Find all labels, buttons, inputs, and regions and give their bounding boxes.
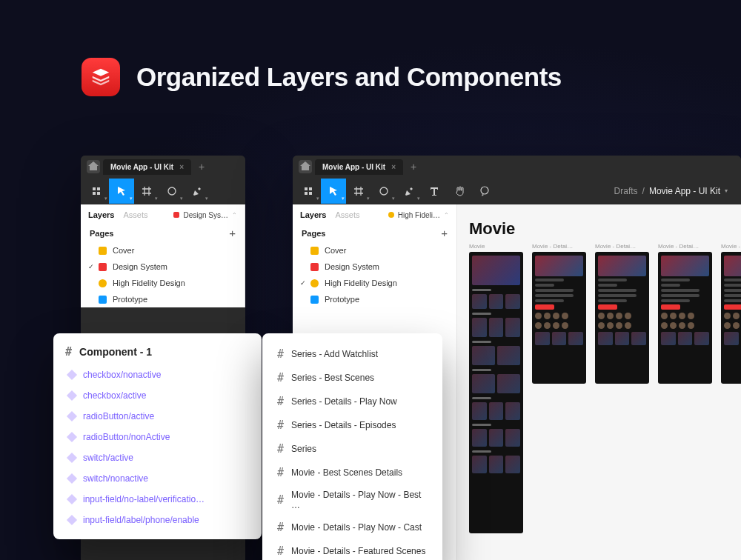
frame-item[interactable]: #Series - Best Scenes: [262, 366, 442, 390]
layers-tab[interactable]: Layers: [88, 210, 114, 219]
component-label: input-field/label/phone/enable: [83, 515, 199, 525]
component-icon: [67, 515, 77, 525]
component-item[interactable]: checkbox/active: [53, 385, 262, 406]
page-label: Cover: [113, 246, 134, 255]
component-item[interactable]: input-field/no-label/verificatio…: [53, 489, 262, 510]
page-type-icon: [310, 247, 319, 255]
artboard-label: Movie - Detai…: [721, 243, 741, 250]
page-row[interactable]: Prototype: [293, 291, 456, 307]
page-row[interactable]: ✓High Fidelity Design: [293, 275, 456, 291]
frame-item[interactable]: #Series: [262, 437, 442, 461]
component-item[interactable]: radioButton/active: [53, 406, 262, 427]
page-indicator[interactable]: Design Sys… ⌃: [173, 211, 237, 219]
frame-icon: #: [277, 493, 284, 507]
assets-tab[interactable]: Assets: [123, 210, 147, 219]
frame-list-popup: #Series - Add Watchlist#Series - Best Sc…: [262, 333, 442, 560]
toolbar: ▾ ▾ ▾ ▾ ▾: [81, 178, 245, 204]
page-icon: [173, 212, 179, 218]
component-item[interactable]: checkbox/nonactive: [53, 364, 262, 385]
add-page-button[interactable]: +: [229, 227, 236, 239]
frame-item[interactable]: #Movie - Details - Play Now - Best …: [262, 484, 442, 516]
move-tool[interactable]: ▾: [109, 179, 134, 204]
frame-icon: #: [277, 347, 284, 361]
frame-tool[interactable]: ▾: [346, 179, 371, 204]
pen-tool[interactable]: ▾: [396, 179, 422, 204]
component-item[interactable]: input-field/label/phone/enable: [53, 510, 262, 530]
page-row[interactable]: Cover: [293, 242, 456, 259]
check-icon: ✓: [300, 279, 306, 287]
frame-tool[interactable]: ▾: [134, 179, 159, 204]
frame-item[interactable]: #Movie - Best Scenes Details: [262, 461, 442, 484]
text-tool[interactable]: [422, 179, 447, 204]
page-type-icon: [310, 263, 319, 271]
artboard[interactable]: Movie - Detai…: [658, 243, 712, 533]
component-label: radioButton/active: [83, 411, 154, 421]
pen-tool[interactable]: ▾: [185, 179, 210, 204]
frame-item[interactable]: #Series - Details - Play Now: [262, 390, 442, 413]
component-label: checkbox/nonactive: [83, 370, 161, 380]
component-list-popup: #Component - 1 checkbox/nonactivecheckbo…: [53, 333, 262, 539]
component-item[interactable]: switch/nonactive: [53, 468, 262, 489]
layers-tab[interactable]: Layers: [300, 210, 326, 219]
assets-tab[interactable]: Assets: [335, 210, 359, 219]
add-page-button[interactable]: +: [441, 227, 448, 239]
comment-tool[interactable]: [472, 179, 497, 204]
hero-title: Organized Layers and Components: [136, 62, 562, 92]
home-icon[interactable]: [87, 160, 100, 173]
home-icon[interactable]: [299, 160, 312, 173]
tab-bar: Movie App - UI Kit × +: [81, 156, 245, 178]
file-tab[interactable]: Movie App - UI Kit ×: [103, 159, 191, 175]
svg-point-0: [168, 187, 176, 195]
close-tab-icon[interactable]: ×: [391, 163, 396, 171]
tab-label: Movie App - UI Kit: [322, 163, 385, 171]
page-row[interactable]: ✓Design System: [81, 259, 245, 275]
page-type-icon: [99, 263, 107, 271]
frame-item[interactable]: #Movie - Details - Featured Scenes: [262, 539, 442, 560]
page-row[interactable]: Design System: [293, 259, 456, 275]
artboard[interactable]: Movie - Detai…: [532, 243, 586, 533]
artboard-frame[interactable]: [595, 252, 649, 384]
artboard-frame[interactable]: [721, 252, 741, 384]
component-icon: [67, 453, 77, 463]
menu-tool[interactable]: ▾: [296, 179, 321, 204]
breadcrumb[interactable]: Drafts / Movie App - UI Kit ▾: [614, 186, 738, 196]
figma-canvas[interactable]: Movie MovieMovie - Detai…Movie - Detai…M…: [457, 204, 741, 560]
hero-app-icon: [82, 58, 120, 96]
close-tab-icon[interactable]: ×: [179, 163, 184, 171]
file-tab[interactable]: Movie App - UI Kit ×: [315, 159, 403, 175]
move-tool[interactable]: ▾: [321, 179, 346, 204]
shape-tool[interactable]: ▾: [371, 179, 396, 204]
frame-icon: #: [277, 442, 284, 456]
artboard[interactable]: Movie: [469, 243, 523, 533]
menu-tool[interactable]: ▾: [84, 179, 109, 204]
page-indicator[interactable]: High Fideli… ⌃: [388, 211, 449, 219]
new-tab-button[interactable]: +: [194, 161, 209, 173]
artboard[interactable]: Movie - Detai…: [721, 243, 741, 533]
shape-tool[interactable]: ▾: [159, 179, 185, 204]
page-row[interactable]: Prototype: [81, 291, 245, 307]
frame-icon: #: [277, 371, 284, 384]
new-tab-button[interactable]: +: [406, 161, 421, 173]
frame-icon: #: [277, 395, 284, 408]
component-item[interactable]: switch/active: [53, 447, 262, 468]
page-type-icon: [99, 296, 107, 304]
layers-panel: Layers Assets Design Sys… ⌃ Pages + Cove…: [81, 204, 245, 307]
artboard[interactable]: Movie - Detai…: [595, 243, 649, 533]
artboard-frame[interactable]: [658, 252, 712, 384]
frame-item[interactable]: #Series - Add Watchlist: [262, 342, 442, 366]
page-row[interactable]: High Fidelity Design: [81, 275, 245, 291]
component-item[interactable]: radioButton/nonActive: [53, 427, 262, 447]
component-icon: [67, 432, 77, 442]
artboard-frame[interactable]: [532, 252, 586, 384]
page-type-icon: [310, 296, 319, 304]
artboard-frame[interactable]: [469, 252, 523, 533]
hand-tool[interactable]: [447, 179, 472, 204]
page-row[interactable]: Cover: [81, 242, 245, 259]
frame-item[interactable]: #Movie - Details - Play Now - Cast: [262, 516, 442, 539]
svg-point-2: [481, 187, 488, 194]
frame-item[interactable]: #Series - Details - Episodes: [262, 413, 442, 437]
popup-header: Component - 1: [79, 346, 152, 358]
check-icon: ✓: [88, 263, 94, 270]
page-label: Prototype: [113, 295, 147, 304]
frame-label: Series: [291, 444, 316, 454]
